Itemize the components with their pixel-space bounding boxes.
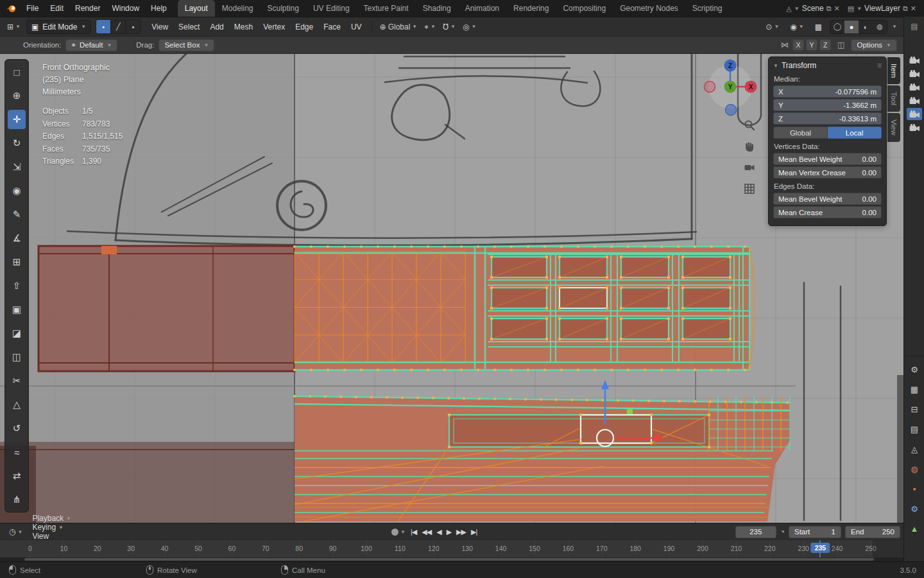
viewport-menu-uv[interactable]: UV — [346, 21, 367, 33]
current-frame-badge[interactable]: 235 — [811, 543, 830, 553]
viewport-3d[interactable]: □⊕✛↻⇲◉✎∡⊞⇧▣◪◫✂△↺≈⇄⋔ Front Orthographic (… — [0, 54, 903, 523]
mode-dropdown[interactable]: ▣ Edit Mode ▼ — [26, 20, 91, 34]
axis-neg-x-handle[interactable] — [705, 82, 715, 92]
workspace-tab-uv-editing[interactable]: UV Editing — [306, 0, 357, 17]
jump-end-button[interactable]: ▶| — [471, 528, 477, 536]
transform-orientation-dropdown[interactable]: ⊕ Global ▼ — [377, 21, 421, 33]
smooth-tool[interactable]: ≈ — [8, 442, 26, 462]
world-icon[interactable]: ◍ — [911, 465, 918, 474]
menu-file[interactable]: File — [21, 4, 44, 13]
global-button[interactable]: Global — [773, 127, 828, 139]
sidebar-tab-view[interactable]: View — [887, 113, 900, 142]
xray-toggle[interactable]: ▩ — [812, 21, 825, 33]
playback-sync-icon[interactable]: ◔ — [780, 527, 785, 536]
close-scene-icon[interactable]: ✕ — [834, 4, 840, 13]
inset-faces-tool[interactable]: ▣ — [8, 300, 26, 319]
spin-tool[interactable]: ↺ — [8, 419, 26, 438]
local-button[interactable]: Local — [828, 127, 882, 139]
menu-window[interactable]: Window — [106, 4, 145, 13]
wireframe-shading-button[interactable]: ◯ — [830, 21, 844, 33]
camera-icon[interactable] — [907, 54, 922, 66]
workspace-tab-layout[interactable]: Layout — [178, 0, 215, 17]
add-cube-tool[interactable]: ⊞ — [8, 252, 26, 272]
editor-type-button[interactable]: ⊞▼ — [4, 21, 24, 33]
bevel-tool[interactable]: ◪ — [8, 324, 26, 343]
pivot-point-dropdown[interactable]: ⌖▼ — [421, 21, 439, 33]
camera-icon[interactable] — [907, 67, 922, 80]
vertex-mean-vertex-crease-field[interactable]: Mean Vertex Crease0.00 — [773, 166, 882, 179]
timeline-editor-button[interactable]: ◷▼ — [6, 525, 26, 538]
play-reverse-button[interactable]: ◀ — [436, 528, 441, 536]
edge-mean-crease-field[interactable]: Mean Crease0.00 — [773, 206, 882, 218]
median-x-field[interactable]: X-0.077596 m — [773, 85, 882, 98]
viewport-menu-add[interactable]: Add — [205, 21, 228, 33]
cursor-tool[interactable]: ⊕ — [8, 86, 26, 105]
viewlayer-name[interactable]: ViewLayer — [864, 4, 900, 13]
viewport-menu-mesh[interactable]: Mesh — [229, 21, 258, 33]
panel-grip-icon[interactable]: ≡ — [877, 61, 882, 70]
median-y-field[interactable]: Y-1.3662 m — [773, 99, 882, 111]
workspace-tab-animation[interactable]: Animation — [458, 0, 506, 17]
move-tool[interactable]: ✛ — [8, 110, 26, 129]
rip-region-tool[interactable]: ⋔ — [8, 490, 26, 509]
vertex-mean-bevel-weight-field[interactable]: Mean Bevel Weight0.00 — [773, 153, 882, 165]
viewport-menu-edge[interactable]: Edge — [290, 21, 318, 33]
tool-icon[interactable]: ⚙ — [911, 365, 918, 374]
camera-icon[interactable] — [907, 108, 922, 120]
data-icon[interactable]: ▲ — [911, 525, 919, 534]
outliner-editor-icon[interactable]: ▤ — [904, 22, 924, 31]
timeline-menu-playback[interactable]: Playback▼ — [27, 514, 76, 523]
mirror-y-button[interactable]: Y — [806, 39, 817, 51]
scrollbar-thumb[interactable] — [24, 558, 874, 561]
remove-viewlayer-icon[interactable]: ✕ — [911, 4, 916, 13]
shading-dropdown-icon[interactable]: ▼ — [892, 24, 897, 30]
measure-tool[interactable]: ∡ — [8, 229, 26, 248]
menu-edit[interactable]: Edit — [44, 4, 69, 13]
extrude-region-tool[interactable]: ⇧ — [8, 276, 26, 295]
snap-dropdown[interactable]: ℧▼ — [440, 21, 459, 33]
pan-hand-icon[interactable] — [742, 139, 757, 153]
scene-selector[interactable]: ◬ ▼ Scene ⧉ ✕ — [786, 4, 840, 13]
axis-neg-z-handle[interactable] — [726, 105, 737, 116]
menu-help[interactable]: Help — [145, 4, 173, 13]
camera-icon[interactable] — [907, 94, 922, 107]
rendered-shading-button[interactable]: ◍ — [873, 21, 887, 33]
edge-mean-bevel-weight-field[interactable]: Mean Bevel Weight0.00 — [773, 193, 882, 205]
sidebar-tab-item[interactable]: Item — [887, 57, 900, 84]
viewport-menu-select[interactable]: Select — [173, 21, 205, 33]
mirror-z-button[interactable]: Z — [819, 39, 831, 51]
face-select-button[interactable]: ▪ — [126, 20, 141, 33]
camera-icon[interactable] — [907, 81, 922, 93]
workspace-tab-sculpting[interactable]: Sculpting — [261, 0, 306, 17]
modifiers-icon[interactable]: ⚙ — [911, 505, 918, 514]
render-icon[interactable]: ▦ — [911, 385, 918, 394]
object-icon[interactable]: ▪ — [913, 485, 916, 494]
new-viewlayer-icon[interactable]: ⧉ — [903, 4, 908, 13]
new-scene-icon[interactable]: ⧉ — [826, 4, 832, 13]
edge-select-button[interactable]: ╱ — [111, 20, 126, 33]
viewport-menu-vertex[interactable]: Vertex — [258, 21, 290, 33]
proportional-edit-dropdown[interactable]: ◎▼ — [459, 21, 479, 33]
options-dropdown[interactable]: Options ▼ — [851, 39, 897, 51]
prev-keyframe-button[interactable]: ◀◀ — [422, 528, 431, 536]
loop-cut-tool[interactable]: ◫ — [8, 347, 26, 367]
navigation-gizmo[interactable]: Z X Y — [703, 57, 757, 119]
knife-tool[interactable]: ✂ — [8, 371, 26, 390]
workspace-tab-shading[interactable]: Shading — [416, 0, 458, 17]
edge-slide-tool[interactable]: ⇄ — [8, 466, 26, 486]
frame-end-field[interactable]: End 250 — [845, 526, 900, 538]
workspace-tab-texture-paint[interactable]: Texture Paint — [357, 0, 416, 17]
orientation-setting-dropdown[interactable]: ⌖ Default ▼ — [65, 39, 117, 51]
annotate-tool[interactable]: ✎ — [8, 205, 26, 224]
scene-icon[interactable]: ◬ — [911, 445, 918, 454]
viewlayer-icon[interactable]: ▤ — [911, 425, 918, 434]
frame-start-field[interactable]: Start 1 — [789, 526, 841, 538]
play-button[interactable]: ▶ — [447, 528, 451, 536]
timeline-menu-keying[interactable]: Keying▼ — [27, 523, 76, 532]
scale-tool[interactable]: ⇲ — [8, 157, 26, 177]
median-z-field[interactable]: Z-0.33613 m — [773, 112, 882, 125]
solid-shading-button[interactable]: ● — [844, 21, 859, 33]
poly-build-tool[interactable]: △ — [8, 395, 26, 414]
workspace-tab-compositing[interactable]: Compositing — [556, 0, 613, 17]
zoom-icon[interactable] — [742, 118, 757, 132]
